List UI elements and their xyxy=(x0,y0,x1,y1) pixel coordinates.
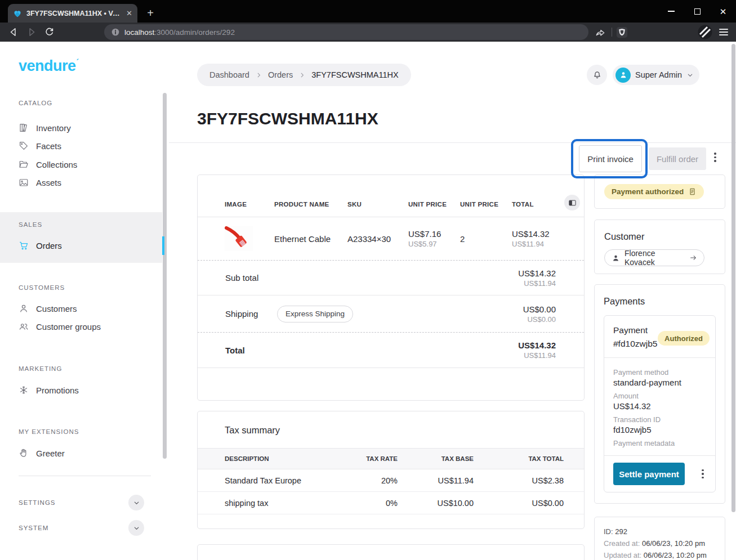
sidebar-item-customers[interactable]: Customers xyxy=(0,299,162,317)
quantity-cell: 2 xyxy=(460,234,512,244)
window-maximize-button[interactable] xyxy=(684,0,710,23)
page-scrollbar[interactable] xyxy=(731,44,735,512)
browser-window: 3FY7FSCWSHMA11HX • Vendure ✕ + ✕ localho… xyxy=(0,0,736,560)
col-tax-total: TAX TOTAL xyxy=(474,455,564,462)
new-tab-button[interactable]: + xyxy=(143,6,158,20)
window-minimize-button[interactable] xyxy=(658,0,684,23)
tab-title: 3FY7FSCWSHMA11HX • Vendure xyxy=(26,10,122,17)
sidebar-item-greeter[interactable]: Greeter xyxy=(0,444,162,462)
active-item-indicator xyxy=(162,236,164,255)
sidebar-item-collections[interactable]: Collections xyxy=(0,155,162,173)
amount-value: US$14.32 xyxy=(613,401,706,411)
total-net: US$11.94 xyxy=(518,351,556,360)
main-content: Dashboard Orders 3FY7FSCWSHMA11HX Super … xyxy=(169,42,736,560)
payment-fields: Payment method standard-payment Amount U… xyxy=(604,358,715,456)
folder-icon xyxy=(19,159,29,169)
order-lines-card: IMAGE PRODUCT NAME SKU UNIT PRICE UNIT P… xyxy=(197,174,585,401)
sidebar-scrollbar[interactable] xyxy=(163,93,167,459)
product-name[interactable]: Ethernet Cable xyxy=(274,234,347,244)
line-total-gross: US$14.32 xyxy=(512,229,552,239)
settle-payment-button[interactable]: Settle payment xyxy=(613,463,685,485)
shipping-method-chip[interactable]: Express Shipping xyxy=(277,306,353,322)
forward-button[interactable] xyxy=(26,26,37,38)
customer-link[interactable]: Florence Kovacek xyxy=(604,249,704,266)
site-info-icon[interactable] xyxy=(111,28,120,37)
sidebar-item-label: Collections xyxy=(36,160,77,169)
order-actions-kebab-icon[interactable] xyxy=(714,153,716,162)
minimize-icon xyxy=(668,11,675,12)
tag-icon xyxy=(19,141,29,151)
user-name: Super Admin xyxy=(635,70,682,79)
chevron-down-icon[interactable] xyxy=(128,495,144,510)
total-gross: US$14.32 xyxy=(518,341,556,350)
customer-card-title: Customer xyxy=(604,231,715,242)
shipping-row: Shipping Express Shipping US$0.00 US$0.0… xyxy=(198,295,584,333)
sidebar-item-facets[interactable]: Facets xyxy=(0,137,162,155)
nav-section-sales: SALES xyxy=(19,221,42,228)
col-unit-price-2: UNIT PRICE xyxy=(460,201,512,208)
reload-button[interactable] xyxy=(44,26,55,38)
payments-card: Payments Payment #fd10zwjb5 Authorized P… xyxy=(594,284,725,504)
payment-actions-kebab-icon[interactable] xyxy=(702,469,704,479)
user-icon xyxy=(612,254,620,262)
note-icon[interactable] xyxy=(688,187,697,196)
unit-price-net: US$5.97 xyxy=(408,240,460,248)
total-label: Total xyxy=(225,346,277,355)
subtotal-gross: US$14.32 xyxy=(518,268,556,278)
browser-tab[interactable]: 3FY7FSCWSHMA11HX • Vendure ✕ xyxy=(8,4,137,23)
notifications-button[interactable] xyxy=(587,65,607,85)
line-total-net: US$11.94 xyxy=(512,240,552,248)
tab-close-icon[interactable]: ✕ xyxy=(126,10,132,17)
tax-row-standard: Standard Tax Europe 20% US$11.94 US$2.38 xyxy=(198,469,584,492)
maximize-icon xyxy=(694,8,701,15)
sidebar-section-system[interactable]: SYSTEM xyxy=(0,518,162,538)
window-close-button[interactable]: ✕ xyxy=(710,0,736,23)
profile-avatar[interactable] xyxy=(698,25,712,39)
order-id-value: 292 xyxy=(615,527,627,536)
breadcrumb-orders[interactable]: Orders xyxy=(268,70,293,79)
total-row: Total US$14.32 US$11.94 xyxy=(198,333,584,368)
print-invoice-button[interactable]: Print invoice xyxy=(579,145,642,172)
fulfill-order-button[interactable]: Fulfill order xyxy=(649,147,706,170)
payment-method-label: Payment method xyxy=(613,368,706,377)
payment-header: Payment #fd10zwjb5 Authorized xyxy=(604,316,715,358)
nav-section-marketing: MARKETING xyxy=(19,365,62,372)
tax-description: Standard Tax Europe xyxy=(225,476,336,485)
nav-section-catalog: CATALOG xyxy=(19,100,52,106)
column-settings-button[interactable] xyxy=(564,195,580,210)
sidebar-item-promotions[interactable]: Promotions xyxy=(0,381,162,399)
shipping-gross: US$0.00 xyxy=(523,304,556,314)
sidebar-item-inventory[interactable]: Inventory xyxy=(0,119,162,137)
sidebar-item-orders[interactable]: Orders xyxy=(0,236,162,254)
users-icon xyxy=(19,321,29,331)
tax-summary-title: Tax summary xyxy=(198,411,584,436)
sidebar-item-label: Promotions xyxy=(36,386,79,395)
sidebar-section-settings[interactable]: SETTINGS xyxy=(0,492,162,513)
created-at-label: Created at: xyxy=(604,539,640,548)
share-button[interactable] xyxy=(595,25,606,39)
breadcrumb-dashboard[interactable]: Dashboard xyxy=(209,70,249,79)
brave-shield-icon[interactable] xyxy=(616,25,628,39)
url-path: :3000/admin/orders/292 xyxy=(154,28,235,37)
order-state-label: Payment authorized xyxy=(612,187,684,196)
image-icon xyxy=(19,177,29,187)
app-sidebar: vendure CATALOG Inventory Facets Collect… xyxy=(0,42,169,560)
promotion-snowflake-icon xyxy=(19,385,29,395)
shipping-label: Shipping xyxy=(225,309,277,319)
sidebar-divider xyxy=(19,476,151,476)
payment-detail-card: Payment #fd10zwjb5 Authorized Payment me… xyxy=(604,315,716,492)
back-button[interactable] xyxy=(8,26,19,38)
user-menu[interactable]: Super Admin xyxy=(613,65,699,85)
user-avatar xyxy=(615,68,631,83)
url-bar[interactable]: localhost:3000/admin/orders/292 xyxy=(104,24,588,40)
order-state-card: Payment authorized xyxy=(594,174,725,209)
chevron-down-icon[interactable] xyxy=(128,520,144,536)
menu-hamburger-icon[interactable] xyxy=(719,25,729,39)
sidebar-item-assets[interactable]: Assets xyxy=(0,173,162,191)
product-thumbnail-ethernet-cable[interactable] xyxy=(225,226,253,251)
tax-base: US$10.00 xyxy=(398,499,474,508)
sidebar-item-label: Inventory xyxy=(36,123,71,133)
sidebar-item-customer-groups[interactable]: Customer groups xyxy=(0,317,162,335)
order-line-row: Ethernet Cable A23334×30 US$7.16 US$5.97… xyxy=(198,217,584,261)
payment-metadata-label: Payment metadata xyxy=(613,439,706,447)
